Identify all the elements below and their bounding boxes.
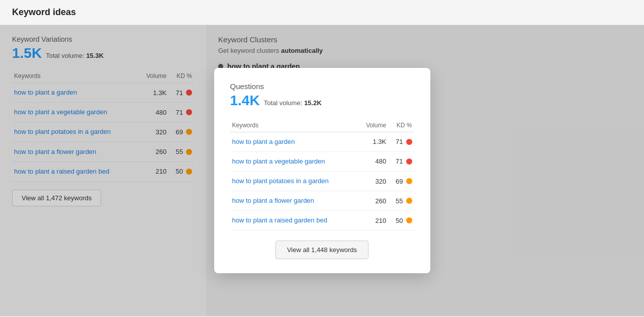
page-header: Keyword ideas (0, 0, 644, 25)
table-row: how to plant a flower garden 260 55 (230, 191, 414, 211)
kd-dot (406, 198, 412, 204)
modal-overlay: Questions 1.4K Total volume: 15.2K Keywo… (0, 25, 644, 316)
kd-cell: 69 (388, 171, 414, 191)
questions-modal: Questions 1.4K Total volume: 15.2K Keywo… (214, 68, 430, 274)
kd-cell: 71 (388, 151, 414, 171)
keyword-link[interactable]: how to plant potatoes in a garden (232, 177, 329, 185)
modal-stat-label: Total volume: 15.2K (264, 99, 322, 107)
keyword-link[interactable]: how to plant a vegetable garden (232, 157, 325, 165)
view-all-questions-button[interactable]: View all 1,448 keywords (275, 241, 369, 259)
keyword-link[interactable]: how to plant a garden (232, 138, 295, 145)
modal-table: Keywords Volume KD % how to plant a gard… (230, 119, 414, 231)
page-title: Keyword ideas (12, 7, 76, 17)
volume-cell: 210 (357, 211, 388, 230)
modal-col-kd: KD % (388, 119, 414, 132)
modal-stat: 1.4K Total volume: 15.2K (230, 93, 414, 109)
kd-dot (406, 139, 412, 145)
volume-cell: 260 (357, 191, 388, 211)
volume-cell: 480 (357, 151, 388, 171)
modal-col-volume: Volume (357, 119, 388, 132)
table-row: how to plant potatoes in a garden 320 69 (230, 171, 414, 191)
table-row: how to plant a raised garden bed 210 50 (230, 211, 414, 230)
modal-stat-number: 1.4K (230, 93, 260, 109)
volume-cell: 1.3K (357, 132, 388, 151)
kd-dot (406, 178, 412, 184)
modal-col-keywords: Keywords (230, 119, 358, 132)
main-content: Keyword Variations 1.5K Total volume: 15… (0, 25, 644, 316)
keyword-link[interactable]: how to plant a raised garden bed (232, 216, 327, 224)
kd-cell: 71 (388, 132, 414, 151)
kd-cell: 55 (388, 191, 414, 211)
table-row: how to plant a garden 1.3K 71 (230, 132, 414, 151)
modal-section-title: Questions (230, 82, 414, 91)
table-row: how to plant a vegetable garden 480 71 (230, 151, 414, 171)
volume-cell: 320 (357, 171, 388, 191)
kd-cell: 50 (388, 211, 414, 230)
kd-dot (406, 158, 412, 165)
keyword-link[interactable]: how to plant a flower garden (232, 197, 314, 204)
kd-dot (406, 217, 412, 223)
